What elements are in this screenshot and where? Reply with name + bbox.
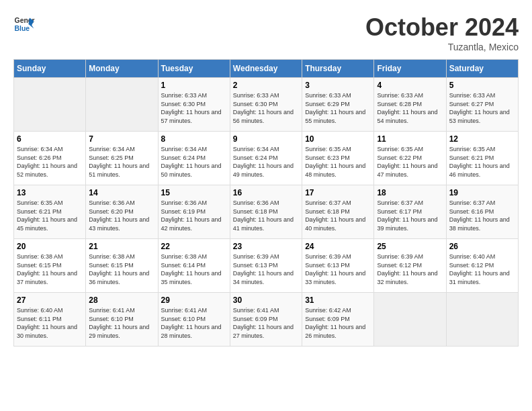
day-of-week-header: Wednesday [230,60,302,78]
location: Tuzantla, Mexico [365,42,519,52]
day-number: 1 [161,81,227,90]
day-number: 4 [377,81,443,90]
calendar-cell: 24Sunrise: 6:39 AM Sunset: 6:13 PM Dayli… [302,239,374,293]
day-info: Sunrise: 6:41 AM Sunset: 6:10 PM Dayligh… [89,306,154,340]
day-number: 10 [305,134,371,144]
calendar-cell: 21Sunrise: 6:38 AM Sunset: 6:15 PM Dayli… [86,239,158,293]
day-info: Sunrise: 6:38 AM Sunset: 6:15 PM Dayligh… [89,253,154,286]
calendar-table: SundayMondayTuesdayWednesdayThursdayFrid… [13,59,519,347]
day-info: Sunrise: 6:40 AM Sunset: 6:11 PM Dayligh… [17,306,83,340]
day-info: Sunrise: 6:34 AM Sunset: 6:25 PM Dayligh… [89,145,154,179]
day-of-week-header: Thursday [302,60,374,78]
calendar-week-row: 1Sunrise: 6:33 AM Sunset: 6:30 PM Daylig… [14,78,519,132]
day-number: 11 [377,134,443,144]
calendar-cell: 6Sunrise: 6:34 AM Sunset: 6:26 PM Daylig… [14,132,86,185]
day-number: 2 [233,81,299,90]
day-info: Sunrise: 6:36 AM Sunset: 6:19 PM Dayligh… [161,199,227,232]
calendar-cell: 10Sunrise: 6:35 AM Sunset: 6:23 PM Dayli… [302,132,374,185]
day-number: 19 [449,188,515,197]
month-title: October 2024 [365,13,519,42]
day-info: Sunrise: 6:35 AM Sunset: 6:21 PM Dayligh… [17,199,83,232]
day-info: Sunrise: 6:40 AM Sunset: 6:12 PM Dayligh… [449,253,515,286]
calendar-cell: 8Sunrise: 6:34 AM Sunset: 6:24 PM Daylig… [158,132,230,185]
header: General Blue October 2024 Tuzantla, Mexi… [13,13,519,52]
day-number: 12 [449,134,515,144]
day-number: 9 [233,134,299,144]
day-info: Sunrise: 6:35 AM Sunset: 6:22 PM Dayligh… [377,145,443,179]
day-info: Sunrise: 6:37 AM Sunset: 6:16 PM Dayligh… [449,199,515,232]
title-area: October 2024 Tuzantla, Mexico [365,13,519,52]
day-number: 20 [17,242,83,251]
day-info: Sunrise: 6:34 AM Sunset: 6:26 PM Dayligh… [17,145,83,179]
calendar-cell: 16Sunrise: 6:36 AM Sunset: 6:18 PM Dayli… [230,185,302,239]
day-info: Sunrise: 6:35 AM Sunset: 6:23 PM Dayligh… [305,145,371,179]
day-info: Sunrise: 6:41 AM Sunset: 6:09 PM Dayligh… [233,306,299,340]
day-info: Sunrise: 6:36 AM Sunset: 6:18 PM Dayligh… [233,199,299,232]
day-number: 6 [17,134,83,144]
day-info: Sunrise: 6:42 AM Sunset: 6:09 PM Dayligh… [305,306,371,340]
day-info: Sunrise: 6:37 AM Sunset: 6:18 PM Dayligh… [305,199,371,232]
day-info: Sunrise: 6:33 AM Sunset: 6:30 PM Dayligh… [233,91,299,125]
day-number: 17 [305,188,371,197]
day-of-week-header: Tuesday [158,60,230,78]
calendar-cell: 15Sunrise: 6:36 AM Sunset: 6:19 PM Dayli… [158,185,230,239]
calendar-cell: 26Sunrise: 6:40 AM Sunset: 6:12 PM Dayli… [446,239,518,293]
day-number: 16 [233,188,299,197]
calendar-week-row: 27Sunrise: 6:40 AM Sunset: 6:11 PM Dayli… [14,293,519,347]
day-info: Sunrise: 6:34 AM Sunset: 6:24 PM Dayligh… [233,145,299,179]
day-info: Sunrise: 6:34 AM Sunset: 6:24 PM Dayligh… [161,145,227,179]
calendar-cell: 20Sunrise: 6:38 AM Sunset: 6:15 PM Dayli… [14,239,86,293]
calendar-cell: 25Sunrise: 6:39 AM Sunset: 6:12 PM Dayli… [374,239,446,293]
day-number: 31 [305,295,371,305]
day-number: 13 [17,188,83,197]
day-of-week-header: Sunday [14,60,86,78]
day-info: Sunrise: 6:33 AM Sunset: 6:29 PM Dayligh… [305,91,371,125]
day-number: 14 [89,188,154,197]
day-number: 27 [17,295,83,305]
calendar-cell [446,293,518,347]
day-info: Sunrise: 6:39 AM Sunset: 6:13 PM Dayligh… [233,253,299,286]
calendar-header-row: SundayMondayTuesdayWednesdayThursdayFrid… [14,60,519,78]
calendar-cell [374,293,446,347]
day-number: 29 [161,295,227,305]
day-number: 21 [89,242,154,251]
calendar-cell [86,78,158,132]
calendar-cell: 7Sunrise: 6:34 AM Sunset: 6:25 PM Daylig… [86,132,158,185]
day-number: 5 [449,81,515,90]
day-info: Sunrise: 6:33 AM Sunset: 6:27 PM Dayligh… [449,91,515,125]
calendar-cell: 14Sunrise: 6:36 AM Sunset: 6:20 PM Dayli… [86,185,158,239]
day-info: Sunrise: 6:33 AM Sunset: 6:28 PM Dayligh… [377,91,443,125]
calendar-week-row: 13Sunrise: 6:35 AM Sunset: 6:21 PM Dayli… [14,185,519,239]
day-number: 24 [305,242,371,251]
day-number: 23 [233,242,299,251]
calendar-cell: 13Sunrise: 6:35 AM Sunset: 6:21 PM Dayli… [14,185,86,239]
calendar-cell: 3Sunrise: 6:33 AM Sunset: 6:29 PM Daylig… [302,78,374,132]
calendar-cell: 12Sunrise: 6:35 AM Sunset: 6:21 PM Dayli… [446,132,518,185]
calendar-cell [14,78,86,132]
day-info: Sunrise: 6:35 AM Sunset: 6:21 PM Dayligh… [449,145,515,179]
day-number: 3 [305,81,371,90]
calendar-cell: 5Sunrise: 6:33 AM Sunset: 6:27 PM Daylig… [446,78,518,132]
day-number: 22 [161,242,227,251]
day-of-week-header: Saturday [446,60,518,78]
day-number: 26 [449,242,515,251]
calendar-cell: 23Sunrise: 6:39 AM Sunset: 6:13 PM Dayli… [230,239,302,293]
logo: General Blue [13,13,35,35]
day-info: Sunrise: 6:39 AM Sunset: 6:12 PM Dayligh… [377,253,443,286]
day-number: 25 [377,242,443,251]
day-info: Sunrise: 6:38 AM Sunset: 6:15 PM Dayligh… [17,253,83,286]
day-info: Sunrise: 6:37 AM Sunset: 6:17 PM Dayligh… [377,199,443,232]
calendar-cell: 29Sunrise: 6:41 AM Sunset: 6:10 PM Dayli… [158,293,230,347]
calendar-cell: 31Sunrise: 6:42 AM Sunset: 6:09 PM Dayli… [302,293,374,347]
logo-icon: General Blue [13,13,35,35]
calendar-cell: 11Sunrise: 6:35 AM Sunset: 6:22 PM Dayli… [374,132,446,185]
day-info: Sunrise: 6:36 AM Sunset: 6:20 PM Dayligh… [89,199,154,232]
day-info: Sunrise: 6:33 AM Sunset: 6:30 PM Dayligh… [161,91,227,125]
svg-text:Blue: Blue [15,25,30,32]
day-info: Sunrise: 6:38 AM Sunset: 6:14 PM Dayligh… [161,253,227,286]
calendar-cell: 18Sunrise: 6:37 AM Sunset: 6:17 PM Dayli… [374,185,446,239]
day-number: 30 [233,295,299,305]
calendar-cell: 17Sunrise: 6:37 AM Sunset: 6:18 PM Dayli… [302,185,374,239]
day-number: 28 [89,295,154,305]
calendar-cell: 22Sunrise: 6:38 AM Sunset: 6:14 PM Dayli… [158,239,230,293]
